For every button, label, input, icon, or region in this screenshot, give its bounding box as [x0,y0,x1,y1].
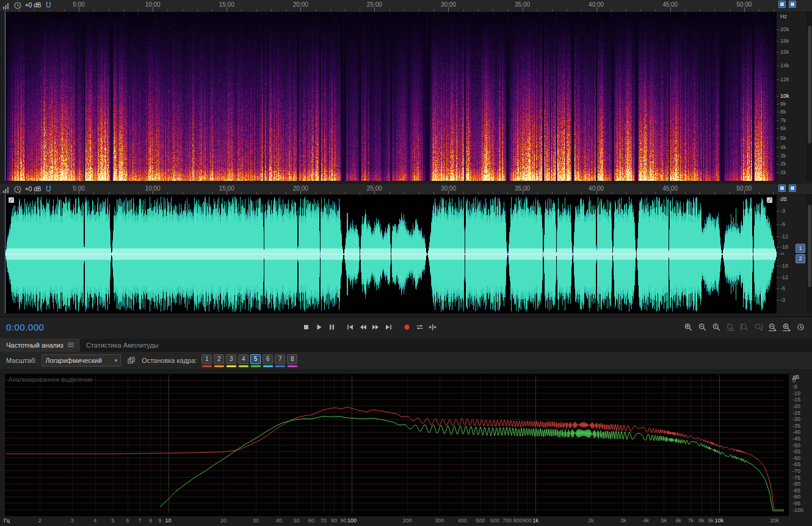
levels-icon[interactable] [2,185,10,194]
ruler-tick [271,192,272,194]
frequency-plot[interactable] [5,374,789,516]
frame-hold-2[interactable]: 2 [214,354,224,364]
panel-menu-icon[interactable] [68,343,74,348]
scale-tick-label: -6 [780,221,785,227]
clock-icon[interactable] [13,1,22,10]
zoom-out-time-button[interactable] [781,321,792,333]
gain-readout[interactable]: +0 dB [25,186,41,192]
ruler-tick [759,192,759,194]
transport-buttons [300,321,438,333]
channel-1-button[interactable]: 1 [796,244,805,253]
copy-graph-icon[interactable] [126,355,137,366]
time-display[interactable]: 0:00.000 [6,322,44,332]
ruler-tick [316,9,316,12]
go-end-button[interactable] [383,321,394,333]
snap-magnet-icon[interactable] [44,185,53,194]
panel-option-icon[interactable] [778,184,786,192]
scale-tick-label: 18k [780,38,789,44]
y-axis-tick-label: -70 [792,468,800,474]
waveform-display[interactable] [5,195,777,313]
ruler-tick [212,192,212,194]
x-axis-tick-label: 10k [715,517,724,524]
frame-hold-4[interactable]: 4 [238,354,248,364]
x-axis-tick-label: 900 [523,517,532,524]
panel-settings-icon[interactable] [789,1,796,8]
frame-hold-5[interactable]: 5 [250,354,261,364]
x-axis-tick-label: 8 [149,517,152,524]
ruler-time-label: 50:00 [736,185,752,192]
panel-settings-icon[interactable] [789,184,796,192]
frame-hold-8[interactable]: 8 [287,354,297,364]
x-axis-tick-label: 6k [676,517,682,524]
scale-select[interactable]: Логарифмический ▾ [42,354,121,367]
zoom-in-button[interactable] [683,321,694,333]
zoom-reset-button[interactable] [795,321,806,333]
hold-color-strip [275,365,285,367]
scale-select-value: Логарифмический [45,357,102,364]
snap-magnet-icon[interactable] [44,1,53,10]
move-playhead-button[interactable] [427,321,438,333]
ruler-tick [345,192,346,194]
ruler-tick [197,192,198,194]
spectral-scrollbar[interactable] [807,12,812,181]
ruler-tick [537,9,538,12]
playhead[interactable] [5,12,5,181]
scale-tick-label: 16k [780,49,789,55]
zoom-in-time-button[interactable] [767,321,778,333]
analysis-controls: Масштаб: Логарифмический ▾ Остановка кад… [0,352,812,369]
loop-button[interactable] [414,321,425,333]
y-axis-tick-label: -45 [792,436,800,442]
waveform-scrollbar[interactable] [807,195,812,313]
ruler-time-label: 45:00 [662,185,678,192]
x-axis-tick-label: 6 [126,517,129,524]
zoom-out-button[interactable] [697,321,708,333]
ruler-tick [581,192,582,194]
playhead[interactable] [5,195,5,313]
zoom-selection-button[interactable] [725,321,736,333]
zoom-amplitude-button[interactable] [711,321,722,333]
hold-color-strip [202,365,212,367]
ruler-tick [626,9,626,12]
ruler-tick [93,192,94,194]
frame-hold-1[interactable]: 1 [201,354,212,364]
scale-tick-label: 8k [780,109,786,115]
tab-frequency-analysis[interactable]: Частотный анализ [0,338,80,352]
channel-2-button[interactable]: 2 [796,254,805,263]
scale-tick-label: 5k [780,135,786,141]
ruler-time-label: 15:00 [219,185,234,192]
play-button[interactable] [313,321,324,333]
spectrogram-display[interactable] [5,12,777,181]
ruler-tick [138,192,139,194]
spectral-timeline-ruler[interactable]: +0 dB 5:0010:0015:0020:0025:0030:0035:00… [0,0,812,12]
ruler-tick [478,192,479,194]
zoom-sel-in-button[interactable] [739,321,750,333]
tab-amplitude-statistics[interactable]: Статистика Амплитуды [80,338,165,352]
ruler-time-label: 10:00 [145,1,161,8]
clock-icon[interactable] [13,185,22,194]
go-start-button[interactable] [344,321,355,333]
rewind-button[interactable] [357,321,368,333]
clip-edit-badge-left[interactable] [9,197,14,203]
gain-readout[interactable]: +0 dB [25,2,41,9]
frame-hold-6[interactable]: 6 [263,354,273,364]
frame-hold-3[interactable]: 3 [226,354,236,364]
y-axis-tick-label: -15 [792,396,800,403]
ruler-tick [64,9,65,12]
levels-icon[interactable] [2,1,10,10]
zoom-sel-out-button[interactable] [753,321,764,333]
ruler-tick [183,192,183,194]
frame-hold-7[interactable]: 7 [275,354,285,364]
y-axis-tick-label: -65 [792,461,800,467]
ruler-tick [714,9,715,12]
fast-forward-button[interactable] [370,321,381,333]
stop-button[interactable] [300,321,311,333]
x-axis-tick-label: 50 [294,517,300,524]
record-button[interactable] [401,321,412,333]
ruler-tick [212,9,212,12]
panel-option-icon[interactable] [778,1,786,8]
pause-button[interactable] [326,321,337,333]
clip-edit-badge-right[interactable] [767,197,772,203]
ruler-tick [330,192,331,194]
ruler-tick [493,9,493,12]
waveform-timeline-ruler[interactable]: +0 dB 5:0010:0015:0020:0025:0030:0035:00… [0,184,812,195]
